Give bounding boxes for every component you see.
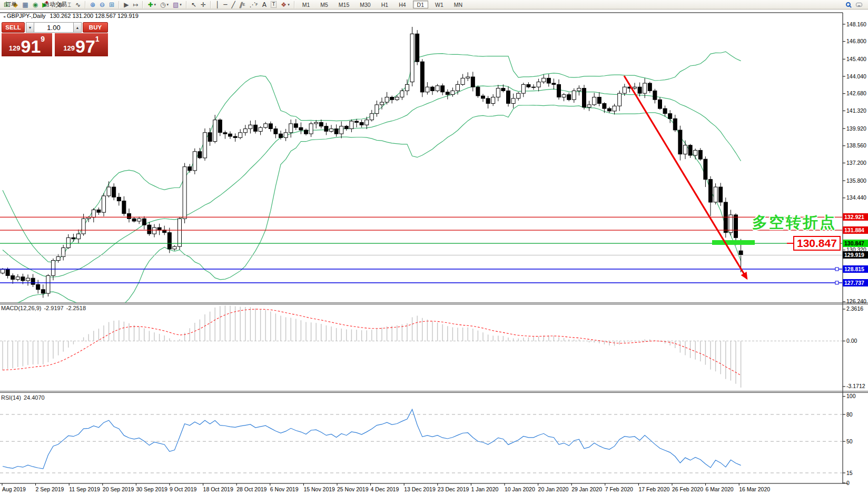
periods-icon: ◷ [160, 1, 165, 8]
price-marker-label: 128.815 [843, 265, 868, 273]
timeframe-w1-button[interactable]: W1 [431, 1, 447, 8]
sell-price-display[interactable]: 129 91 9 [2, 33, 52, 56]
macd-signal-value: -2.2518 [66, 305, 86, 311]
zoom-in-button[interactable]: ⊕ [88, 1, 97, 9]
buy-price-display[interactable]: 129 97 1 [55, 33, 108, 56]
date-tick-label: 2 Sep 2019 [36, 486, 64, 492]
templates-button[interactable]: ▧▾ [171, 1, 183, 9]
candles [1, 27, 743, 298]
chart-shift-button[interactable]: ↦ [131, 1, 140, 9]
price-tick-label: 148.160 [846, 21, 866, 27]
date-tick-label: 13 Dec 2019 [404, 486, 436, 492]
date-tick-label: 10 Jan 2020 [505, 486, 535, 492]
arrows-button[interactable]: ❖▾ [279, 1, 291, 9]
date-tick-label: 9 Oct 2019 [170, 486, 196, 492]
chart-area[interactable]: ◂GBPJPY-,Daily130.262 131.200 128.567 12… [0, 9, 868, 495]
timeframe-mn-button[interactable]: MN [450, 1, 466, 8]
search-icon[interactable] [846, 2, 851, 7]
timeframe-m5-button[interactable]: M5 [317, 1, 332, 8]
price-marker-label: 130.847 [843, 240, 868, 247]
arrows-dropdown-icon[interactable]: ▾ [288, 3, 290, 7]
rsi-tick-label: 100 [846, 393, 856, 399]
tile-windows-icon: ⊞ [109, 1, 114, 8]
level-price-box[interactable]: 130.847 [793, 236, 841, 251]
new-order-button[interactable]: ⊞订单 [2, 1, 11, 9]
date-tick-label: 18 Oct 2019 [203, 486, 233, 492]
toolbar-separator [186, 1, 187, 8]
equidistant-channel-button[interactable]: ∥E [238, 1, 247, 9]
text-label-icon: T [271, 1, 277, 8]
rsi-tick-label: 50 [846, 438, 853, 444]
price-tick-label: 144.040 [846, 73, 866, 80]
horizontal-line-button[interactable]: ─ [222, 1, 229, 9]
market-watch-button[interactable]: ▦ [21, 1, 29, 9]
timeframe-m15-button[interactable]: M15 [335, 1, 353, 8]
sell-price-pip: 9 [41, 35, 45, 43]
price-tick-label: 142.680 [846, 90, 866, 96]
text-button[interactable]: A [261, 1, 268, 9]
line-chart-icon: ∿ [75, 1, 81, 8]
date-tick-label: 11 Sep 2019 [69, 486, 100, 492]
periods-button[interactable]: ◷▾ [159, 1, 170, 9]
price-tick-label: 146.800 [846, 38, 866, 44]
rsi-tick-label: 15 [846, 470, 853, 476]
lot-increase-button[interactable]: ▲ [73, 22, 82, 33]
buy-button[interactable]: BUY [83, 22, 108, 33]
cursor-button[interactable]: ↖ [190, 1, 198, 9]
sell-button[interactable]: SELL [2, 22, 25, 33]
buy-price-base: 129 [63, 44, 75, 52]
periods-dropdown-icon[interactable]: ▾ [166, 3, 169, 7]
date-tick-label: 1 Jan 2020 [471, 486, 498, 492]
fibonacci-button[interactable]: ⋰F [248, 1, 259, 9]
timeframe-m30-button[interactable]: M30 [356, 1, 374, 8]
date-tick-label: 15 Nov 2019 [303, 486, 335, 492]
candlestick-chart-icon: ⌶ [67, 1, 71, 8]
auto-scroll-icon: ▶ [124, 1, 129, 8]
crosshair-button[interactable]: ✛ [199, 1, 208, 9]
sell-price-base: 129 [9, 44, 21, 52]
vertical-line-button[interactable]: │ [214, 1, 221, 9]
date-tick-label: 29 Jan 2020 [571, 486, 602, 492]
auto-scroll-button[interactable]: ▶ [122, 1, 130, 9]
line-chart-button[interactable]: ∿ [74, 1, 82, 9]
ohlc-values: 130.262 131.200 128.567 129.919 [50, 13, 139, 19]
date-tick-label: 20 Jan 2020 [538, 486, 569, 492]
text-label-button[interactable]: T [269, 1, 279, 9]
timeframe-h1-button[interactable]: H1 [378, 1, 392, 8]
line-handle[interactable] [835, 268, 839, 271]
lot-decrease-button[interactable]: ▼ [26, 22, 34, 33]
autotrading-button[interactable]: ▶●自动交易 [41, 1, 50, 9]
rsi-line [3, 409, 741, 469]
navigator-button[interactable]: ◉ [31, 1, 40, 9]
chat-icon[interactable] [856, 3, 862, 7]
chart-title-icon: ◂ [3, 14, 5, 19]
date-tick-label: 23 Dec 2019 [438, 486, 469, 492]
green-highlight-bar[interactable] [712, 240, 755, 245]
timeframe-d1-button[interactable]: D1 [413, 1, 428, 8]
toolbar-separator [119, 1, 120, 8]
timeframe-h4-button[interactable]: H4 [395, 1, 409, 8]
date-tick-label: 25 Nov 2019 [337, 486, 369, 492]
tile-windows-button[interactable]: ⊞ [107, 1, 116, 9]
rsi-value: 24.4070 [24, 394, 45, 401]
buy-price-pip: 1 [95, 35, 100, 43]
price-tick-label: 134.440 [846, 194, 866, 201]
vertical-line-icon: │ [215, 1, 219, 8]
line-handle[interactable] [835, 281, 839, 284]
date-tick-label: 7 Feb 2020 [605, 486, 633, 492]
zoom-out-button[interactable]: ⊖ [98, 1, 106, 9]
lot-size-input[interactable] [34, 22, 73, 33]
timeframe-m1-button[interactable]: M1 [299, 1, 314, 8]
templates-icon: ▧ [173, 1, 179, 8]
price-tick-label: 135.800 [846, 177, 866, 184]
turning-point-annotation[interactable]: 多空转折点 [752, 212, 836, 233]
date-tick-label: Aug 2019 [2, 486, 26, 492]
trendline-button[interactable]: ╱ [230, 1, 236, 9]
bar-chart-icon: ≡ [57, 2, 64, 7]
indicators-button[interactable]: ✚▾ [146, 1, 157, 9]
indicators-dropdown-icon[interactable]: ▾ [154, 3, 156, 7]
date-tick-label: 4 Dec 2019 [371, 486, 399, 492]
templates-dropdown-icon[interactable]: ▾ [180, 3, 182, 7]
price-tick-label: 141.320 [846, 107, 866, 114]
symbol-label: GBPJPY-,Daily [7, 13, 46, 19]
